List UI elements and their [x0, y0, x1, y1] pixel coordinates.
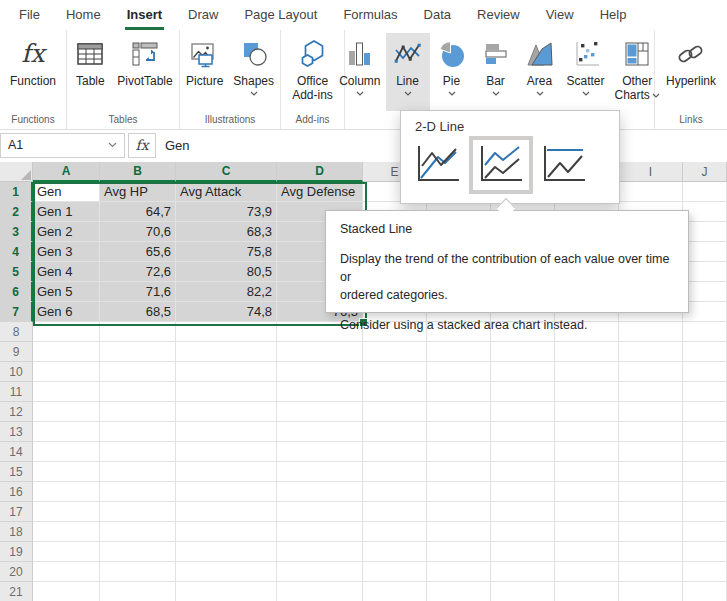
cell-J5[interactable]: [683, 262, 727, 282]
cell-C12[interactable]: [176, 402, 277, 422]
cell-G18[interactable]: [491, 522, 555, 542]
cell-A19[interactable]: [33, 542, 100, 562]
cell-J8[interactable]: [683, 322, 727, 342]
cell-E20[interactable]: [363, 562, 427, 582]
cell-D17[interactable]: [277, 502, 363, 522]
row-header-14[interactable]: 14: [0, 442, 33, 462]
shapes-button[interactable]: Shapes: [228, 33, 279, 111]
cell-B6[interactable]: 71,6: [100, 282, 176, 302]
cell-E19[interactable]: [363, 542, 427, 562]
cell-C19[interactable]: [176, 542, 277, 562]
cell-C13[interactable]: [176, 422, 277, 442]
select-all-corner[interactable]: [0, 162, 33, 182]
cell-A7[interactable]: Gen 6: [33, 302, 100, 322]
cell-D13[interactable]: [277, 422, 363, 442]
cell-B1[interactable]: Avg HP: [100, 182, 176, 202]
cell-A18[interactable]: [33, 522, 100, 542]
cell-B20[interactable]: [100, 562, 176, 582]
cell-H13[interactable]: [555, 422, 619, 442]
stacked-line-option[interactable]: [473, 140, 529, 190]
cell-A10[interactable]: [33, 362, 100, 382]
tab-view[interactable]: View: [533, 0, 587, 30]
cell-E13[interactable]: [363, 422, 427, 442]
row-header-11[interactable]: 11: [0, 382, 33, 402]
cell-G17[interactable]: [491, 502, 555, 522]
pie-chart-button[interactable]: Pie: [430, 33, 474, 111]
cell-C15[interactable]: [176, 462, 277, 482]
picture-button[interactable]: Picture: [181, 33, 228, 111]
cell-F14[interactable]: [427, 442, 491, 462]
name-box-chevron-icon[interactable]: [108, 142, 117, 148]
tab-data[interactable]: Data: [411, 0, 464, 30]
cell-G12[interactable]: [491, 402, 555, 422]
cell-I15[interactable]: [619, 462, 683, 482]
cell-F15[interactable]: [427, 462, 491, 482]
cell-A14[interactable]: [33, 442, 100, 462]
tab-formulas[interactable]: Formulas: [330, 0, 410, 30]
cell-E14[interactable]: [363, 442, 427, 462]
cell-B7[interactable]: 68,5: [100, 302, 176, 322]
cell-J21[interactable]: [683, 582, 727, 601]
row-header-4[interactable]: 4: [0, 242, 33, 262]
cell-A12[interactable]: [33, 402, 100, 422]
pivottable-button[interactable]: PivotTable: [112, 33, 177, 111]
column-header-A[interactable]: A: [33, 162, 100, 182]
cell-A9[interactable]: [33, 342, 100, 362]
cell-C16[interactable]: [176, 482, 277, 502]
cell-C14[interactable]: [176, 442, 277, 462]
cell-I16[interactable]: [619, 482, 683, 502]
cell-E10[interactable]: [363, 362, 427, 382]
row-header-6[interactable]: 6: [0, 282, 33, 302]
cell-D15[interactable]: [277, 462, 363, 482]
cell-J14[interactable]: [683, 442, 727, 462]
cell-G20[interactable]: [491, 562, 555, 582]
cell-C1[interactable]: Avg Attack: [176, 182, 277, 202]
column-header-I[interactable]: I: [619, 162, 683, 182]
cell-I21[interactable]: [619, 582, 683, 601]
cell-G13[interactable]: [491, 422, 555, 442]
cell-I12[interactable]: [619, 402, 683, 422]
cell-I11[interactable]: [619, 382, 683, 402]
cell-J18[interactable]: [683, 522, 727, 542]
cell-F10[interactable]: [427, 362, 491, 382]
cell-B3[interactable]: 70,6: [100, 222, 176, 242]
row-header-13[interactable]: 13: [0, 422, 33, 442]
cell-C2[interactable]: 73,9: [176, 202, 277, 222]
cell-J16[interactable]: [683, 482, 727, 502]
cell-E12[interactable]: [363, 402, 427, 422]
cell-B5[interactable]: 72,6: [100, 262, 176, 282]
cell-H21[interactable]: [555, 582, 619, 601]
cell-G19[interactable]: [491, 542, 555, 562]
cell-J2[interactable]: [683, 202, 727, 222]
cell-C5[interactable]: 80,5: [176, 262, 277, 282]
cell-I10[interactable]: [619, 362, 683, 382]
row-header-1[interactable]: 1: [0, 182, 33, 202]
cell-C9[interactable]: [176, 342, 277, 362]
cell-A20[interactable]: [33, 562, 100, 582]
cell-J6[interactable]: [683, 282, 727, 302]
cell-F19[interactable]: [427, 542, 491, 562]
cell-B19[interactable]: [100, 542, 176, 562]
tab-help[interactable]: Help: [587, 0, 640, 30]
cell-H10[interactable]: [555, 362, 619, 382]
tab-insert[interactable]: Insert: [114, 0, 175, 30]
column-header-B[interactable]: B: [100, 162, 176, 182]
cell-A13[interactable]: [33, 422, 100, 442]
function-button[interactable]: fx Function: [5, 33, 61, 111]
cell-J7[interactable]: [683, 302, 727, 322]
cell-H9[interactable]: [555, 342, 619, 362]
cell-J17[interactable]: [683, 502, 727, 522]
tab-review[interactable]: Review: [464, 0, 533, 30]
cell-G9[interactable]: [491, 342, 555, 362]
cell-E11[interactable]: [363, 382, 427, 402]
cell-D9[interactable]: [277, 342, 363, 362]
cell-I19[interactable]: [619, 542, 683, 562]
tab-draw[interactable]: Draw: [175, 0, 231, 30]
cell-G10[interactable]: [491, 362, 555, 382]
cell-G16[interactable]: [491, 482, 555, 502]
cell-G21[interactable]: [491, 582, 555, 601]
cell-B17[interactable]: [100, 502, 176, 522]
cell-I9[interactable]: [619, 342, 683, 362]
cell-B21[interactable]: [100, 582, 176, 601]
cell-D20[interactable]: [277, 562, 363, 582]
